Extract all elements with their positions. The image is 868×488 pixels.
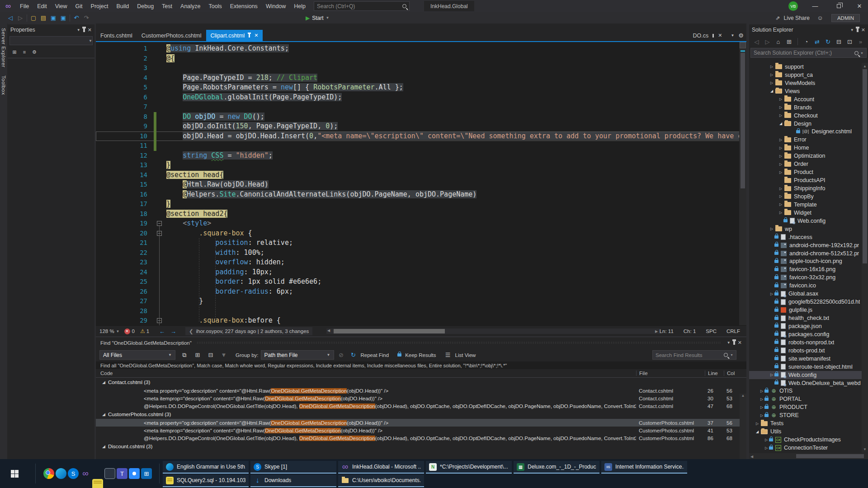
tab-server-explorer[interactable]: Server Explorer [0, 23, 7, 71]
quick-search-input[interactable]: Search (Ctrl+Q) [314, 1, 410, 11]
column-col[interactable]: Col [724, 371, 739, 376]
tree-item-brands[interactable]: ▷Brands [749, 103, 868, 112]
tab-clipart.cshtml[interactable]: Clipart.cshtml✕ [206, 30, 263, 41]
keep-results-button[interactable]: Keep Results [405, 352, 436, 358]
menu-analyze[interactable]: Analyze [176, 0, 204, 12]
warning-icon[interactable]: ⚠ [140, 328, 145, 334]
scroll-right-arrow-icon[interactable]: ▶ [655, 329, 658, 333]
result-row[interactable]: <meta itemprop="description" content="@H… [96, 427, 746, 434]
group-by-dropdown[interactable]: Path then File▼ [261, 350, 334, 360]
tree-item-shopby[interactable]: ▷ShopBy [749, 192, 868, 201]
tree-item-designer-cshtml[interactable]: [@]Designer.cshtml [749, 128, 868, 136]
scope-dropdown[interactable]: All Files▼ [99, 350, 175, 360]
solution-horizontal-scrollbar[interactable]: ◀ [749, 453, 868, 459]
scrollbar-thumb[interactable] [741, 53, 745, 188]
live-share-button[interactable]: Live Share [784, 15, 810, 21]
feedback-person-icon[interactable]: ☺ [815, 13, 825, 23]
edge-icon[interactable] [56, 468, 66, 479]
tree-item-product[interactable]: ▷⊕PRODUCT [749, 403, 868, 411]
error-count-icon[interactable]: ✕ [124, 328, 130, 334]
result-group-header[interactable]: ◢Contact.cshtml (3) [96, 378, 746, 387]
collapsed-arrow-icon[interactable]: ▷ [778, 211, 783, 215]
visual-studio-icon[interactable]: ∞ [80, 468, 91, 479]
code-line[interactable]: 24 padding: 10px; [96, 267, 746, 277]
phone-link-icon[interactable] [104, 468, 115, 479]
collapsed-arrow-icon[interactable]: ▷ [778, 105, 783, 109]
menu-edit[interactable]: Edit [33, 0, 51, 12]
result-row[interactable]: <meta itemprop="description" content="@H… [96, 394, 746, 402]
collapsed-arrow-icon[interactable]: ▷ [764, 446, 769, 450]
copy-icon[interactable]: ⧉ [179, 350, 189, 360]
new-file-icon[interactable]: ▢ [28, 13, 38, 23]
expand-all-icon[interactable]: ⊞ [193, 350, 203, 360]
admin-button[interactable]: ADMIN [831, 14, 860, 22]
code-line[interactable]: 21 position: relative; [96, 238, 746, 248]
search-find-results-input[interactable]: Search Find Results ▼ [652, 350, 736, 360]
menu-tools[interactable]: Tools [205, 0, 226, 12]
tree-item-connectiontester[interactable]: ▷C#ConnectionTester [749, 444, 868, 452]
navigate-forward-arrow-icon[interactable]: → [170, 328, 176, 335]
categorized-icon[interactable]: ⊞ [10, 48, 19, 56]
tree-item--htaccess[interactable]: .htaccess [749, 233, 868, 241]
save-icon[interactable]: ▣ [48, 13, 58, 23]
tree-item-support-ca[interactable]: ▷support_ca [749, 71, 868, 79]
tree-item-package-json[interactable]: package.json [749, 322, 868, 330]
menu-window[interactable]: Window [262, 0, 290, 12]
solution-vertical-scrollbar[interactable]: ▲ ▼ [862, 63, 868, 453]
code-line[interactable]: 29— .square-box:before { [96, 316, 746, 325]
menu-git[interactable]: Git [71, 0, 87, 12]
close-icon[interactable]: ✕ [738, 340, 742, 346]
pin-icon[interactable] [857, 28, 859, 32]
tree-item-utils[interactable]: ◢Utils [749, 427, 868, 436]
list-view-icon[interactable]: ☰ [443, 350, 453, 360]
code-line[interactable]: 7 [96, 102, 746, 112]
menu-view[interactable]: View [51, 0, 71, 12]
menu-file[interactable]: File [16, 0, 33, 12]
collapsed-arrow-icon[interactable]: ▷ [769, 81, 774, 85]
collapsed-arrow-icon[interactable]: ▷ [759, 413, 764, 418]
code-line[interactable]: 19— <style> [96, 219, 746, 229]
menu-debug[interactable]: Debug [133, 0, 158, 12]
back-icon[interactable]: ◁ [753, 37, 760, 46]
tree-item-site-webmanifest[interactable]: site.webmanifest [749, 355, 868, 363]
code-line[interactable]: 17} [96, 199, 746, 209]
tree-item-web-onedeluxe-beta-webd[interactable]: Web.OneDeluxe_beta_webd [749, 379, 868, 387]
properties-object-dropdown[interactable]: ▼ [9, 36, 93, 45]
calculator-icon[interactable]: ⊞ [141, 468, 152, 479]
filter-icon[interactable]: ▼ [219, 350, 229, 360]
expanded-arrow-icon[interactable]: ◢ [755, 430, 760, 434]
navigate-backward-icon[interactable]: ◁ [5, 13, 15, 23]
tree-item-support[interactable]: ▷support [749, 63, 868, 71]
tree-item-robots-prod-txt[interactable]: robots-prod.txt [749, 347, 868, 355]
code-line[interactable]: 4 Page.PageTypeID = 218; // Clipart [96, 73, 746, 83]
switch-views-icon[interactable]: ⊞ [785, 37, 793, 46]
tree-item-apple-touch-icon-png[interactable]: apple-touch-icon.png [749, 258, 868, 266]
collapsed-arrow-icon[interactable]: ▷ [764, 438, 769, 442]
repeat-find-icon[interactable]: ↻ [349, 350, 359, 360]
code-line[interactable]: 23 overflow: hidden; [96, 258, 746, 267]
taskbar-window-skype-1-[interactable]: SSkype [1] [250, 461, 336, 474]
collapsed-arrow-icon[interactable]: ▷ [759, 397, 764, 401]
taskbar-window-downloads[interactable]: ↓Downloads [250, 474, 336, 487]
menu-build[interactable]: Build [112, 0, 133, 12]
scroll-left-arrow-icon[interactable]: ◀ [327, 328, 330, 333]
tree-item-product[interactable]: ▷Product [749, 168, 868, 176]
collapsed-arrow-icon[interactable]: ▷ [778, 202, 783, 206]
collapsed-arrow-icon[interactable]: ▷ [778, 194, 783, 198]
collapse-all-icon[interactable]: ⊟ [206, 350, 216, 360]
tree-item-optimization[interactable]: ▷Optimization [749, 152, 868, 160]
repeat-find-button[interactable]: Repeat Find [361, 352, 389, 358]
code-line[interactable]: 18@section head2{ [96, 209, 746, 219]
code-line[interactable]: 15 @Html.Raw(objDO.Head) [96, 180, 746, 190]
code-line[interactable]: 25 border: 1px solid #e6e6e6; [96, 277, 746, 287]
tree-item-favicon-ico[interactable]: favicon.ico [749, 282, 868, 290]
solution-search-input[interactable]: Search Solution Explorer (Ctrl+;) ▼ [750, 48, 867, 58]
collapsed-arrow-icon[interactable]: ▷ [778, 97, 783, 101]
navigate-back-arrow-icon[interactable]: ← [159, 328, 165, 335]
code-line[interactable]: 1@using InkHead.Core.Constants; [96, 44, 746, 54]
tree-item-sureroute-test-object-html[interactable]: sureroute-test-object.html [749, 363, 868, 371]
code-line[interactable]: 16 @Helpers.Site.CanonicalAndAlternateLi… [96, 190, 746, 200]
tree-item-android-chrome-192x192-pr[interactable]: android-chrome-192x192.pr [749, 241, 868, 249]
save-all-icon[interactable]: ▣ [58, 13, 68, 23]
collapsed-arrow-icon[interactable]: ▷ [759, 389, 764, 393]
